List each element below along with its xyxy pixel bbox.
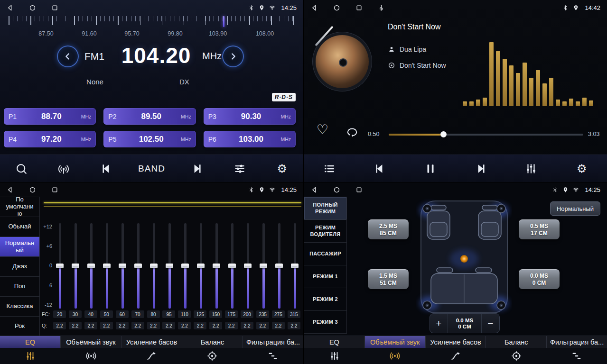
eq-band-slider[interactable] — [118, 223, 127, 309]
eq-band-slider[interactable] — [102, 223, 112, 309]
next-track-button[interactable] — [470, 158, 491, 179]
back-icon[interactable] — [7, 4, 14, 11]
eq-band-slider[interactable] — [86, 223, 96, 309]
band-button[interactable]: BAND — [138, 158, 165, 179]
mode-2[interactable]: РЕЖИМ 2 — [304, 288, 346, 311]
eq-band-slider[interactable] — [212, 223, 221, 309]
home-icon[interactable] — [333, 186, 340, 193]
eq-slider-handle[interactable] — [103, 264, 111, 268]
eq-slider-handle[interactable] — [72, 264, 79, 268]
eq-slider-handle[interactable] — [260, 264, 267, 268]
preset-button-p6[interactable]: P6 103.00 MHz — [204, 131, 296, 147]
preset-button-p4[interactable]: P4 97.20 MHz — [4, 131, 96, 147]
tab-bass-boost[interactable]: Усиление басов — [121, 336, 182, 348]
frequency-ruler[interactable] — [9, 16, 295, 27]
eq-band-slider[interactable] — [290, 223, 299, 309]
eq-preset-pop[interactable]: Поп — [0, 277, 39, 297]
home-icon[interactable] — [29, 186, 36, 193]
eq-preset-normal[interactable]: Нормальный — [0, 237, 39, 257]
seek-handle[interactable] — [440, 131, 447, 137]
increase-delay-button[interactable]: + — [430, 314, 448, 333]
preset-button-p2[interactable]: P2 89.50 MHz — [103, 108, 196, 125]
delay-rear-left-button[interactable]: 1.5 MS 51 CM — [368, 269, 409, 289]
eq-slider-handle[interactable] — [166, 264, 173, 268]
recents-icon[interactable] — [355, 186, 363, 193]
tab-balance[interactable]: Баланс — [182, 336, 243, 348]
next-station-button[interactable] — [187, 158, 207, 179]
listening-position-marker[interactable] — [460, 255, 468, 263]
mode-1[interactable]: РЕЖИМ 1 — [304, 265, 346, 288]
eq-slider-handle[interactable] — [150, 264, 158, 268]
filter-tab-button[interactable] — [546, 348, 607, 364]
eq-preset-custom[interactable]: Обычай — [0, 217, 39, 237]
repeat-button[interactable] — [346, 126, 358, 138]
favorite-button[interactable]: ♡ — [317, 123, 328, 136]
pause-button[interactable] — [420, 158, 441, 179]
sound-preset-button[interactable]: Нормальный — [550, 201, 600, 216]
tab-filter[interactable]: Фильтрация ба... — [547, 336, 607, 348]
balance-tab-button[interactable] — [182, 348, 243, 364]
delay-rear-right-button[interactable]: 0.0 MS 0 CM — [519, 269, 560, 289]
settings-button[interactable]: ⚙ — [271, 158, 292, 179]
scan-button[interactable] — [11, 158, 32, 179]
eq-button[interactable] — [521, 158, 542, 179]
eq-band-slider[interactable] — [133, 223, 143, 309]
eq-band-slider[interactable] — [227, 223, 237, 309]
tab-surround[interactable]: Объёмный звук — [61, 336, 121, 348]
surround-tab-button[interactable] — [365, 348, 426, 364]
recents-icon[interactable] — [355, 4, 363, 11]
bass-boost-tab-button[interactable] — [425, 348, 486, 364]
filter-tab-button[interactable] — [243, 348, 303, 364]
mode-3[interactable]: РЕЖИМ 3 — [304, 311, 346, 334]
tab-bass-boost[interactable]: Усиление басов — [426, 336, 486, 348]
eq-band-slider[interactable] — [149, 223, 159, 309]
eq-slider-handle[interactable] — [197, 264, 205, 268]
recents-icon[interactable] — [51, 186, 58, 193]
tune-down-button[interactable] — [57, 46, 79, 67]
eq-band-slider[interactable] — [55, 223, 65, 309]
back-icon[interactable] — [7, 186, 14, 193]
mode-passenger[interactable]: ПАССАЖИР — [304, 243, 346, 265]
eq-slider-handle[interactable] — [228, 264, 236, 268]
delay-front-left-button[interactable]: 2.5 MS 85 CM — [368, 219, 409, 239]
playlist-button[interactable] — [319, 158, 340, 179]
tab-eq[interactable]: EQ — [0, 336, 61, 348]
tab-surround[interactable]: Объёмный звук — [365, 336, 426, 348]
eq-slider-handle[interactable] — [275, 264, 283, 268]
home-icon[interactable] — [29, 4, 36, 11]
recents-icon[interactable] — [51, 4, 58, 11]
settings-button[interactable]: ⚙ — [571, 158, 592, 179]
balance-tab-button[interactable] — [486, 348, 547, 364]
eq-tab-button[interactable] — [0, 348, 61, 364]
back-icon[interactable] — [311, 186, 318, 193]
eq-preset-default[interactable]: По умолчанию — [0, 197, 39, 217]
auto-store-button[interactable] — [53, 158, 74, 179]
eq-band-slider[interactable] — [165, 223, 174, 309]
mode-full[interactable]: ПОЛНЫЙ РЕЖИМ — [304, 197, 346, 220]
audio-settings-button[interactable] — [229, 158, 250, 179]
bass-boost-tab-button[interactable] — [121, 348, 182, 364]
decrease-delay-button[interactable]: − — [481, 314, 499, 333]
tab-balance[interactable]: Баланс — [486, 336, 547, 348]
eq-tab-button[interactable] — [304, 348, 365, 364]
eq-preset-rock[interactable]: Рок — [0, 317, 39, 337]
eq-band-slider[interactable] — [71, 223, 80, 309]
delay-front-right-button[interactable]: 0.5 MS 17 CM — [519, 219, 560, 239]
eq-slider-handle[interactable] — [291, 264, 299, 268]
eq-slider-handle[interactable] — [56, 264, 64, 268]
eq-preset-jazz[interactable]: Джаз — [0, 257, 39, 277]
back-icon[interactable] — [311, 4, 318, 11]
eq-slider-handle[interactable] — [213, 264, 220, 268]
eq-slider-handle[interactable] — [181, 264, 189, 268]
tune-up-button[interactable] — [222, 46, 244, 67]
preset-button-p3[interactable]: P3 90.30 MHz — [204, 108, 296, 125]
seek-bar[interactable] — [389, 130, 583, 138]
eq-slider-handle[interactable] — [244, 264, 252, 268]
eq-band-slider[interactable] — [243, 223, 252, 309]
mode-driver[interactable]: РЕЖИМ ВОДИТЕЛЯ — [304, 220, 346, 243]
preset-button-p5[interactable]: P5 102.50 MHz — [103, 131, 196, 147]
eq-slider-handle[interactable] — [119, 264, 126, 268]
preset-button-p1[interactable]: P1 88.70 MHz — [4, 108, 96, 125]
eq-slider-handle[interactable] — [87, 264, 95, 268]
eq-band-slider[interactable] — [180, 223, 190, 309]
